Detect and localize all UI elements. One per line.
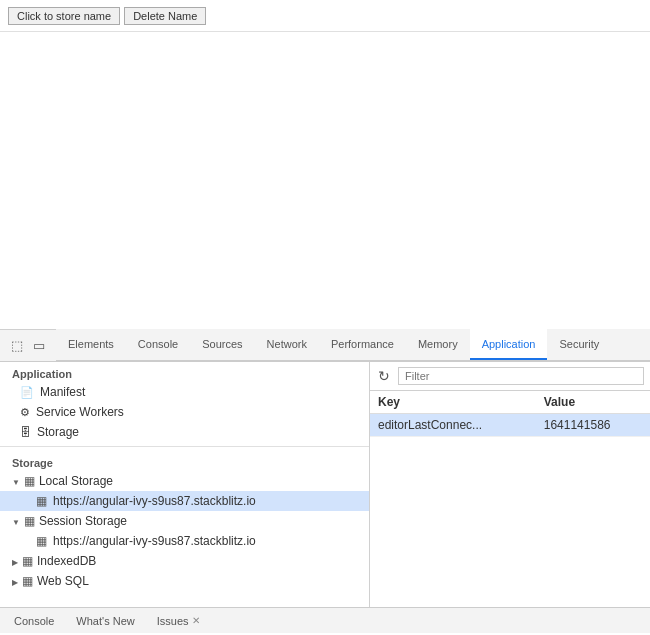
sidebar-group-indexeddb-label: IndexedDB — [37, 554, 96, 568]
tab-sources[interactable]: Sources — [190, 329, 254, 360]
local-storage-arrow-icon — [12, 474, 20, 488]
tab-network[interactable]: Network — [255, 329, 319, 360]
sidebar-item-session-storage-url[interactable]: https://angular-ivy-s9us87.stackblitz.io — [0, 531, 369, 551]
tab-console[interactable]: Console — [126, 329, 190, 360]
sidebar-item-manifest[interactable]: Manifest — [0, 382, 369, 402]
sidebar-divider-1 — [0, 446, 369, 447]
filter-input[interactable] — [398, 367, 644, 385]
sidebar-item-local-storage-url[interactable]: https://angular-ivy-s9us87.stackblitz.io — [0, 491, 369, 511]
cell-value: 1641141586 — [536, 414, 650, 437]
sidebar-section-application: Application — [0, 362, 369, 382]
manifest-icon — [20, 385, 34, 399]
bottom-tab-issues-label: Issues — [157, 615, 189, 627]
bottom-tab-console-label: Console — [14, 615, 54, 627]
websql-table-icon — [22, 574, 33, 588]
sidebar-group-session-storage-label: Session Storage — [39, 514, 127, 528]
column-value: Value — [536, 391, 650, 414]
devtools-panel: ⬚ ▭ Elements Console Sources Network Per… — [0, 330, 650, 633]
top-bar: Click to store name Delete Name — [0, 0, 650, 32]
session-storage-url-icon — [36, 534, 47, 548]
panel-toolbar: ↻ — [370, 362, 650, 391]
column-key: Key — [370, 391, 536, 414]
sidebar-item-manifest-label: Manifest — [40, 385, 85, 399]
devtools-tab-bar: ⬚ ▭ Elements Console Sources Network Per… — [0, 330, 650, 362]
content-area — [0, 32, 650, 330]
sidebar-item-service-workers[interactable]: Service Workers — [0, 402, 369, 422]
bottom-tab-console[interactable]: Console — [4, 611, 64, 631]
sidebar-group-local-storage[interactable]: Local Storage — [0, 471, 369, 491]
tab-memory[interactable]: Memory — [406, 329, 470, 360]
bottom-tab-whats-new-label: What's New — [76, 615, 134, 627]
bottom-tab-whats-new[interactable]: What's New — [66, 611, 144, 631]
local-storage-url-icon — [36, 494, 47, 508]
sidebar-group-websql[interactable]: Web SQL — [0, 571, 369, 591]
tab-application[interactable]: Application — [470, 329, 548, 360]
main-panel: ↻ Key Value editorLastConnec... — [370, 362, 650, 607]
issues-close-icon[interactable]: ✕ — [192, 615, 200, 626]
sidebar-group-websql-label: Web SQL — [37, 574, 89, 588]
sidebar-group-indexeddb[interactable]: IndexedDB — [0, 551, 369, 571]
devtools-body: Application Manifest Service Workers Sto… — [0, 362, 650, 607]
local-storage-table-icon — [24, 474, 35, 488]
delete-name-button[interactable]: Delete Name — [124, 7, 206, 25]
device-icon[interactable]: ▭ — [30, 337, 48, 355]
tab-elements[interactable]: Elements — [56, 329, 126, 360]
store-name-button[interactable]: Click to store name — [8, 7, 120, 25]
sidebar-section-storage: Storage — [0, 451, 369, 471]
data-table: Key Value editorLastConnec... 1641141586 — [370, 391, 650, 607]
tab-performance[interactable]: Performance — [319, 329, 406, 360]
sidebar-item-session-storage-url-label: https://angular-ivy-s9us87.stackblitz.io — [53, 534, 256, 548]
bottom-tabs-bar: Console What's New Issues ✕ — [0, 607, 650, 633]
sidebar-item-storage[interactable]: Storage — [0, 422, 369, 442]
session-storage-arrow-icon — [12, 514, 20, 528]
tab-security[interactable]: Security — [547, 329, 611, 360]
inspect-icon[interactable]: ⬚ — [8, 337, 26, 355]
service-workers-icon — [20, 405, 30, 419]
indexeddb-arrow-icon — [12, 554, 18, 568]
websql-arrow-icon — [12, 574, 18, 588]
sidebar-item-service-workers-label: Service Workers — [36, 405, 124, 419]
refresh-button[interactable]: ↻ — [376, 366, 392, 386]
sidebar-item-storage-label: Storage — [37, 425, 79, 439]
sidebar-group-session-storage[interactable]: Session Storage — [0, 511, 369, 531]
sidebar-group-local-storage-label: Local Storage — [39, 474, 113, 488]
table-row[interactable]: editorLastConnec... 1641141586 — [370, 414, 650, 437]
devtools-icons: ⬚ ▭ — [0, 330, 56, 361]
indexeddb-table-icon — [22, 554, 33, 568]
cell-key: editorLastConnec... — [370, 414, 536, 437]
sidebar-item-local-storage-url-label: https://angular-ivy-s9us87.stackblitz.io — [53, 494, 256, 508]
session-storage-table-icon — [24, 514, 35, 528]
storage-icon — [20, 425, 31, 439]
bottom-tab-issues[interactable]: Issues ✕ — [147, 611, 210, 631]
sidebar: Application Manifest Service Workers Sto… — [0, 362, 370, 607]
